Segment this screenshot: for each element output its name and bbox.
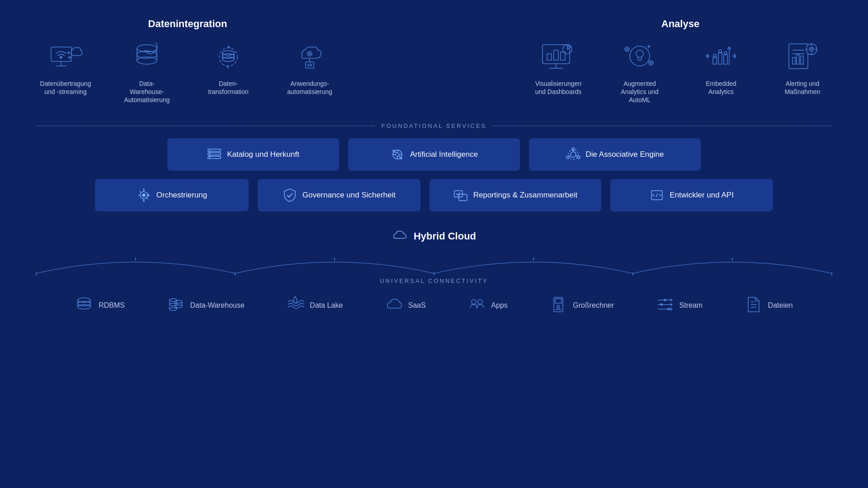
dw-icon — [167, 296, 185, 315]
connectivity-label: UNIVERSAL CONNECTIVITY — [36, 277, 832, 284]
anwendungsautomatisierung-icon — [292, 39, 328, 75]
datenuebertragung-label: Datenübertragungund -streaming — [40, 80, 91, 96]
saas-label: SaaS — [408, 301, 426, 310]
orchestrierung-button[interactable]: Orchestrierung — [95, 179, 249, 211]
svg-point-65 — [396, 153, 399, 156]
svg-point-34 — [625, 47, 629, 52]
icon-datentransformation: Daten-transformation — [199, 39, 258, 96]
entwickler-button[interactable]: Entwickler und API — [610, 179, 773, 211]
cloud-icon — [392, 229, 408, 244]
bottom-icons-row: RDBMS — [36, 296, 832, 315]
svg-point-17 — [307, 52, 312, 56]
svg-rect-41 — [718, 53, 722, 64]
datentransformation-label: Daten-transformation — [208, 80, 248, 96]
svg-rect-90 — [454, 191, 462, 197]
augmented-label: AugmentedAnalytics undAutoML — [621, 80, 658, 104]
connectivity-container: UNIVERSAL CONNECTIVITY — [36, 251, 832, 284]
stream-label: Stream — [679, 301, 703, 310]
datalake-icon — [286, 296, 304, 315]
svg-point-45 — [719, 50, 722, 52]
top-section: Datenintegration — [36, 18, 832, 104]
divider-left — [36, 126, 375, 126]
ai-label: Artificial Intelligence — [410, 150, 478, 159]
hybrid-title: Hybrid Cloud — [36, 229, 832, 244]
reportings-button[interactable]: Reportings & Zusammenarbeit — [429, 179, 601, 211]
entwickler-icon — [650, 188, 664, 202]
katalog-icon — [207, 147, 222, 162]
divider-right — [493, 126, 832, 126]
ai-icon — [390, 147, 405, 162]
datenintegration-title: Datenintegration — [148, 18, 227, 30]
services-row-1: Katalog und Herkunft Artificial Inte — [36, 138, 832, 171]
analyse-group: Analyse — [529, 18, 832, 104]
icon-alerting: Alerting undMaßnahmen — [773, 39, 832, 96]
svg-point-116 — [170, 308, 177, 310]
augmented-icon — [622, 39, 658, 75]
governance-icon — [283, 188, 297, 202]
icon-embedded: EmbeddedAnalytics — [692, 39, 750, 96]
grossrechner-label: Großrechner — [573, 301, 614, 310]
svg-point-83 — [142, 194, 145, 197]
katalog-label: Katalog und Herkunft — [227, 150, 299, 159]
embedded-icon — [703, 39, 739, 75]
svg-point-46 — [724, 52, 727, 54]
services-row-2: Orchestrierung Governance und Sicherheit — [36, 179, 832, 211]
associative-button[interactable]: Die Associative Engine — [529, 138, 701, 171]
datentransformation-icon — [210, 39, 246, 75]
svg-point-120 — [478, 300, 482, 304]
dateien-item: Dateien — [745, 296, 793, 315]
svg-point-112 — [175, 300, 182, 303]
datenuebertragung-icon — [47, 39, 84, 75]
rdbms-item: RDBMS — [75, 296, 125, 315]
svg-point-76 — [577, 156, 580, 159]
icon-datawarehouse: Data-Warehouse-Automatisierung — [118, 39, 176, 104]
anwendungsautomatisierung-label: Anwendungs-automatisierung — [287, 80, 332, 96]
svg-line-89 — [146, 198, 148, 199]
svg-rect-50 — [793, 57, 795, 64]
governance-button[interactable]: Governance und Sicherheit — [258, 179, 420, 211]
icon-anwendungsautomatisierung: Anwendungs-automatisierung — [280, 39, 339, 96]
governance-label: Governance und Sicherheit — [302, 191, 396, 200]
datalake-label: Data Lake — [310, 301, 343, 310]
svg-rect-52 — [801, 56, 803, 64]
datawarehouse-icon — [129, 39, 165, 75]
datalake-item: Data Lake — [286, 296, 343, 315]
datenintegration-group: Datenintegration — [36, 18, 339, 104]
reportings-icon — [453, 188, 468, 202]
apps-label: Apps — [491, 301, 507, 310]
hybrid-section: Hybrid Cloud UNIVERSAL CONNECTIVITY — [36, 229, 832, 315]
svg-point-16 — [222, 54, 234, 58]
foundational-label: FOUNDATIONAL SERVICES — [382, 122, 487, 129]
associative-label: Die Associative Engine — [586, 150, 664, 159]
svg-line-79 — [576, 155, 577, 156]
analyse-title: Analyse — [661, 18, 699, 30]
stream-icon — [656, 296, 674, 315]
katalog-button[interactable]: Katalog und Herkunft — [167, 138, 339, 171]
icon-datenuebertragung: Datenübertragungund -streaming — [36, 39, 95, 96]
analyse-icons: Visualisierungenund Dashboards — [529, 39, 832, 104]
hybrid-text: Hybrid Cloud — [414, 230, 476, 242]
visualisierungen-label: Visualisierungenund Dashboards — [535, 80, 582, 96]
svg-rect-122 — [555, 299, 561, 303]
reportings-label: Reportings & Zusammenarbeit — [473, 191, 578, 200]
svg-rect-91 — [459, 194, 467, 201]
saas-item: SaaS — [385, 296, 426, 315]
icon-visualisierungen: Visualisierungenund Dashboards — [529, 39, 588, 96]
svg-point-119 — [472, 300, 476, 304]
svg-point-115 — [175, 305, 182, 308]
main-container: Datenintegration — [0, 0, 868, 488]
svg-point-3 — [60, 56, 62, 58]
visualisierungen-icon — [540, 39, 576, 75]
svg-point-44 — [713, 54, 716, 57]
ai-button[interactable]: Artificial Intelligence — [348, 138, 520, 171]
svg-point-128 — [660, 304, 662, 305]
apps-icon — [467, 296, 486, 315]
svg-rect-40 — [713, 57, 717, 64]
svg-line-88 — [140, 191, 141, 192]
svg-point-37 — [650, 62, 652, 64]
svg-rect-26 — [554, 50, 558, 60]
svg-rect-47 — [789, 44, 808, 69]
alerting-label: Alerting undMaßnahmen — [785, 80, 821, 96]
svg-point-18 — [309, 53, 311, 55]
dateien-icon — [745, 296, 763, 315]
